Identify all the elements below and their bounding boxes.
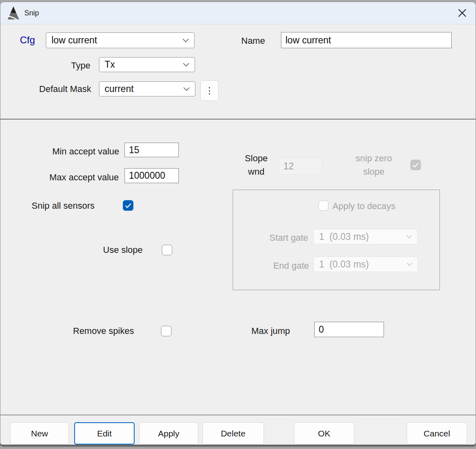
max-jump-label: Max jump [251,326,290,336]
use-slope-checkbox[interactable] [162,245,172,255]
check-icon [412,162,419,168]
config-panel: Cfg low current Name Type Tx Default Mas… [0,25,476,120]
new-button[interactable]: New [10,422,69,445]
more-options-icon: ⋮ [205,86,214,96]
min-accept-label: Min accept value [17,146,119,157]
name-label: Name [241,36,265,46]
title-bar: Snip [0,2,476,24]
check-icon [125,203,131,208]
default-mask-select-value: current [105,83,183,94]
remove-spikes-label: Remove spikes [73,326,134,336]
default-mask-select[interactable]: current [99,81,195,96]
end-gate-label: End gate [243,261,309,271]
type-select-value: Tx [105,59,182,70]
max-accept-input[interactable] [124,168,179,183]
remove-spikes-checkbox[interactable] [161,326,172,336]
app-logo-icon [7,6,19,20]
start-gate-label: Start gate [243,233,308,243]
snip-zero-slope-checkbox [410,160,421,170]
mask-more-options-button[interactable]: ⋮ [200,80,219,101]
default-mask-label: Default Mask [23,84,91,94]
cfg-select[interactable]: low current [46,32,195,48]
slope-wnd-label: Slope wnd [238,152,275,178]
apply-to-decays-label: Apply to decays [332,201,395,212]
cancel-button[interactable]: Cancel [407,422,467,445]
start-gate-select: 1 (0.03 ms) [313,229,418,244]
min-accept-input[interactable] [124,143,179,157]
apply-button[interactable]: Apply [139,422,198,445]
use-slope-label: Use slope [103,245,143,255]
edit-button[interactable]: Edit [74,422,135,445]
type-label: Type [23,60,90,71]
cfg-label: Cfg [20,34,35,46]
close-icon [457,8,467,18]
end-gate-select: 1 (0.03 ms) [313,257,418,272]
start-gate-select-value: 1 (0.03 ms) [319,231,406,242]
close-button[interactable] [453,4,472,22]
slope-wnd-input [279,158,322,175]
chevron-down-icon [183,87,190,91]
chevron-down-icon [182,62,190,67]
chevron-down-icon [182,38,189,43]
delete-button[interactable]: Delete [202,422,264,445]
snip-all-sensors-checkbox[interactable] [123,200,133,211]
max-jump-input[interactable] [314,322,384,337]
window-title: Snip [24,9,39,17]
end-gate-select-value: 1 (0.03 ms) [319,259,406,270]
apply-to-decays-checkbox [318,201,328,211]
cfg-select-value: low current [51,35,182,46]
chevron-down-icon [406,235,412,239]
snip-zero-slope-label: snip zero slope [343,152,405,178]
chevron-down-icon [406,262,413,266]
snip-dialog: Snip Cfg low current Name Type Tx Defaul… [0,2,476,445]
snip-all-sensors-label: Snip all sensors [32,201,94,211]
ok-button[interactable]: OK [294,422,354,445]
type-select[interactable]: Tx [99,57,195,72]
name-input[interactable] [281,32,452,48]
max-accept-label: Max accept value [17,172,119,183]
decays-group-box: Apply to decays Start gate 1 (0.03 ms) E… [233,190,440,290]
